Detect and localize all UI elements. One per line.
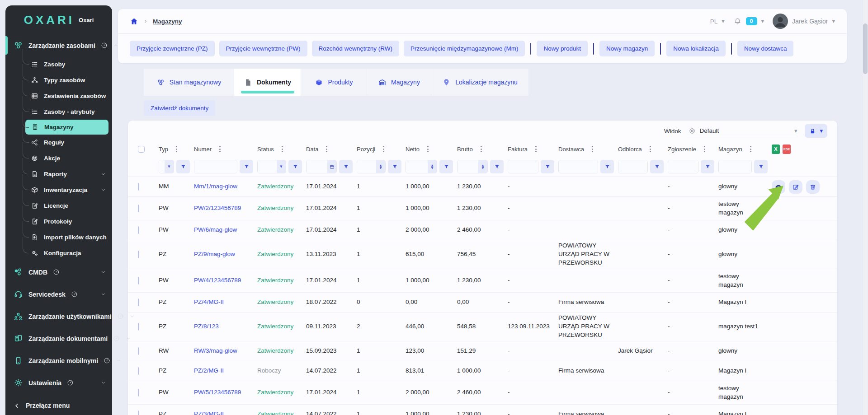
row-checkbox[interactable] <box>138 298 139 306</box>
delete-row-button[interactable] <box>806 180 820 194</box>
cell-numer[interactable]: PZ/3/MG-II <box>194 410 257 415</box>
column-menu-icon[interactable] <box>175 145 178 153</box>
sidebar-item-protokoły[interactable]: Protokoły <box>5 214 112 229</box>
cell-numer[interactable]: RW/3/mag-glow <box>194 347 257 355</box>
toolbar-button-nowy-magazyn[interactable]: Nowy magazyn <box>599 41 655 56</box>
filter-input-field[interactable] <box>559 160 598 173</box>
filter-button-magazyn[interactable] <box>754 160 768 173</box>
cell-numer[interactable]: PZ/2/MG-II <box>194 367 257 375</box>
toolbar-button-przesunięcie-międzymagazynowe-mm[interactable]: Przesunięcie międzymagazynowe (Mm) <box>404 41 525 56</box>
toolbar-button-nowy-produkt[interactable]: Nowy produkt <box>537 41 588 56</box>
row-checkbox[interactable] <box>138 389 139 396</box>
filter-button-pozycji[interactable] <box>388 160 401 173</box>
filter-adornment[interactable]: ▼ <box>277 160 286 173</box>
column-menu-icon[interactable] <box>218 145 222 153</box>
notification-badge[interactable]: 0 <box>746 17 757 25</box>
row-checkbox[interactable] <box>138 277 139 284</box>
column-menu-icon[interactable] <box>382 145 385 153</box>
filter-input-field[interactable] <box>357 160 376 173</box>
column-menu-icon[interactable] <box>749 145 752 153</box>
sidebar-item-import-plików-danych[interactable]: Import plików danych <box>5 229 112 245</box>
view-select[interactable]: Default ▼ <box>687 125 798 137</box>
cell-numer[interactable]: PW/6/mag-glow <box>194 226 257 234</box>
filter-input-field[interactable] <box>508 160 538 173</box>
language-selector[interactable]: PL <box>710 18 718 25</box>
cell-numer[interactable]: PZ/9/mag-glow <box>194 250 257 259</box>
spinner-down-icon[interactable]: ▼ <box>380 167 382 169</box>
column-menu-icon[interactable] <box>480 145 483 153</box>
toolbar-button-nowy-dostawca[interactable]: Nowy dostawca <box>737 41 794 56</box>
filter-button-typ[interactable] <box>176 160 190 173</box>
filter-adornment[interactable]: ▲▼ <box>478 160 487 173</box>
toolbar-button-nowa-lokalizacja[interactable]: Nowa lokalizacja <box>666 41 726 56</box>
toolbar-button-rozchód-wewnętrzny-rw[interactable]: Rozchód wewnętrzny (RW) <box>312 41 399 56</box>
export-pdf-icon[interactable]: PDF <box>783 145 791 154</box>
column-menu-icon[interactable] <box>534 145 538 153</box>
approve-documents-button[interactable]: Zatwierdź dokumenty <box>144 100 215 116</box>
avatar[interactable] <box>773 14 788 29</box>
row-checkbox[interactable] <box>138 205 139 212</box>
language-caret-icon[interactable]: ▼ <box>722 19 725 23</box>
row-checkbox[interactable] <box>138 367 139 375</box>
filter-input-pozycji[interactable]: ▲▼ <box>357 160 386 173</box>
cell-numer[interactable]: PW/5/123456789 <box>194 388 257 397</box>
row-checkbox[interactable] <box>138 410 139 415</box>
filter-input-typ[interactable]: ▼ <box>159 160 174 173</box>
sidebar-item-licencje[interactable]: Licencje <box>5 198 112 214</box>
filter-input-field[interactable] <box>159 160 165 173</box>
filter-input-field[interactable] <box>194 160 237 173</box>
sidebar-item-konfiguracja[interactable]: Konfiguracja <box>5 245 112 261</box>
spinner-down-icon[interactable]: ▼ <box>482 167 484 169</box>
sidebar-item-zarządzanie-użytkownikami[interactable]: Zarządzanie użytkownikami <box>5 305 112 327</box>
sidebar-item-ustawienia[interactable]: Ustawienia <box>5 372 112 394</box>
sidebar-item-raporty[interactable]: Raporty <box>5 166 112 182</box>
home-icon[interactable] <box>130 17 138 26</box>
sidebar-item-cmdb[interactable]: CMDB <box>5 261 112 283</box>
filter-button-brutto[interactable] <box>490 160 504 173</box>
edit-row-button[interactable] <box>789 180 802 194</box>
row-checkbox[interactable] <box>138 251 139 258</box>
column-menu-icon[interactable] <box>426 145 429 153</box>
filter-input-field[interactable] <box>406 160 428 173</box>
lock-view-button[interactable]: ▼ <box>805 124 827 138</box>
bell-icon[interactable] <box>733 17 742 26</box>
page-scrollbar-thumb[interactable] <box>863 23 868 74</box>
filter-button-zgłoszenie[interactable] <box>701 160 714 173</box>
cell-numer[interactable]: PZ/8/123 <box>194 322 257 331</box>
filter-adornment[interactable]: ▲▼ <box>376 160 385 173</box>
filter-button-status[interactable] <box>288 160 302 173</box>
column-menu-icon[interactable] <box>703 145 706 153</box>
sidebar-item-reguły[interactable]: Reguły <box>5 135 112 150</box>
filter-input-brutto[interactable]: ▲▼ <box>457 160 488 173</box>
filter-adornment[interactable]: ▲▼ <box>428 160 437 173</box>
sidebar-item-zarządzanie-dokumentami[interactable]: Zarządzanie dokumentami <box>5 327 112 350</box>
cell-numer[interactable]: PW/4/123456789 <box>194 276 257 285</box>
filter-button-faktura[interactable] <box>541 160 554 173</box>
filter-input-dostawca[interactable] <box>558 160 598 173</box>
filter-input-zgłoszenie[interactable] <box>668 160 698 173</box>
filter-button-data[interactable] <box>339 160 353 173</box>
row-checkbox[interactable] <box>138 183 139 191</box>
sidebar-item-zarządzanie-mobilnymi[interactable]: Zarządzanie mobilnymi <box>5 350 112 372</box>
sidebar-item-inwentaryzacja[interactable]: Inwentaryzacja <box>5 182 112 198</box>
select-all-checkbox[interactable] <box>138 146 145 153</box>
sidebar-item-przełącz-menu[interactable]: Przełącz menu <box>5 396 112 415</box>
filter-input-field[interactable] <box>458 160 478 173</box>
filter-button-dostawca[interactable] <box>600 160 614 173</box>
breadcrumb-current[interactable]: Magazyny <box>153 18 182 25</box>
filter-adornment[interactable] <box>327 160 336 173</box>
spinner-down-icon[interactable]: ▼ <box>431 167 434 169</box>
sidebar-item-servicedesk[interactable]: Servicedesk <box>5 283 112 305</box>
filter-input-faktura[interactable] <box>508 160 538 173</box>
sidebar-item-zestawienia-zasobów[interactable]: Zestawienia zasobów <box>5 88 112 104</box>
sidebar-item-akcje[interactable]: Akcje <box>5 150 112 166</box>
tab-produkty[interactable]: Produkty <box>301 69 367 96</box>
cell-numer[interactable]: PZ/4/MG-II <box>194 298 257 307</box>
filter-input-magazyn[interactable] <box>718 160 752 173</box>
sidebar-item-zarządzanie-zasobami[interactable]: Zarządzanie zasobami <box>5 34 112 56</box>
user-menu[interactable]: Jarek Gąsior <box>792 18 828 25</box>
row-checkbox[interactable] <box>138 226 139 234</box>
sidebar-item-zasoby-atrybuty[interactable]: Zasoby - atrybuty <box>5 104 112 120</box>
filter-button-odbiorca[interactable] <box>650 160 664 173</box>
column-menu-icon[interactable] <box>591 145 594 153</box>
